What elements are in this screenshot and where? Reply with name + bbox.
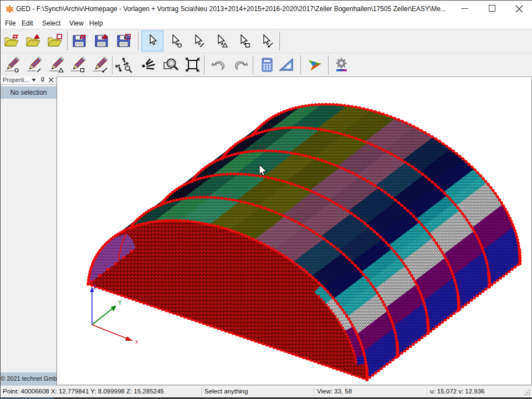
svg-text:x: x [135, 339, 138, 345]
svg-text:Z: Z [93, 284, 96, 290]
svg-text:Y: Y [118, 300, 122, 306]
